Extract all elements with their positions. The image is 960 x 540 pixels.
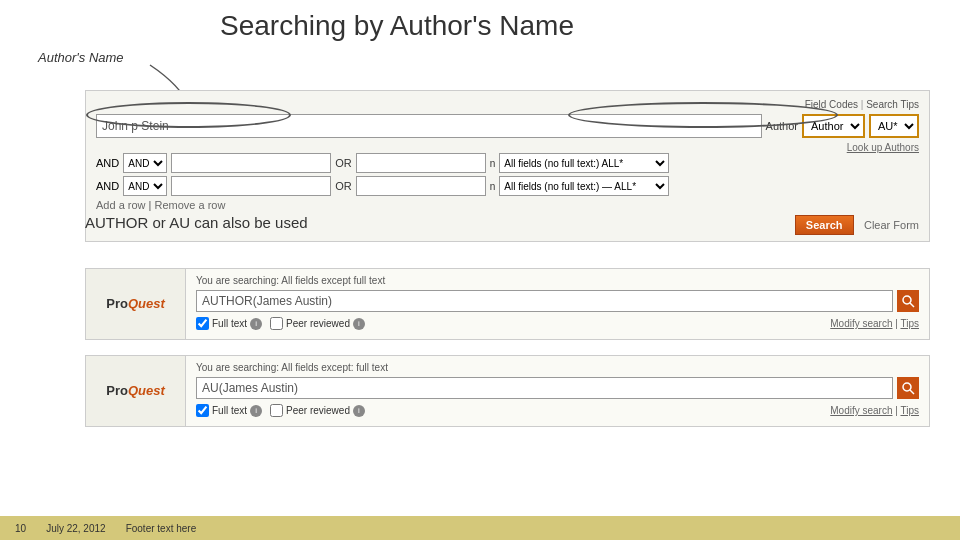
n-label-2: n (490, 181, 496, 192)
row1-or-input[interactable] (356, 153, 486, 173)
result2-fulltext-info[interactable]: i (250, 405, 262, 417)
row1-main-input[interactable] (171, 153, 331, 173)
author-select[interactable]: Author (802, 114, 865, 138)
author-name-label: Author's Name (38, 50, 124, 65)
result1-peer-check[interactable] (270, 317, 283, 330)
result2-options: Full text i Peer reviewed i Modify searc… (196, 404, 919, 417)
svg-point-2 (903, 383, 911, 391)
result2-peer-checkbox[interactable]: Peer reviewed i (270, 404, 365, 417)
footer: 10 July 22, 2012 Footer text here (0, 516, 960, 540)
result1-fulltext-check[interactable] (196, 317, 209, 330)
result2-desc: You are searching: All fields except: fu… (196, 362, 919, 373)
result2-peer-info[interactable]: i (353, 405, 365, 417)
result1-modify: Modify search | Tips (830, 318, 919, 329)
result2-search-icon[interactable] (897, 377, 919, 399)
author-note: AUTHOR or AU can also be used (85, 214, 308, 231)
remove-row-link[interactable]: Remove a row (155, 199, 226, 211)
result1-fulltext-info[interactable]: i (250, 318, 262, 330)
lookup-authors-link[interactable]: Look up Authors (96, 142, 919, 153)
main-search-input[interactable] (96, 114, 762, 138)
search-button[interactable]: Search (795, 215, 854, 235)
result2-modify-search-link[interactable]: Modify search (830, 405, 892, 416)
field-select-1[interactable]: All fields (no full text:) ALL* (499, 153, 669, 173)
result-content-1: You are searching: All fields except ful… (186, 269, 929, 339)
result1-tips-link[interactable]: Tips (900, 318, 919, 329)
svg-point-0 (903, 296, 911, 304)
result1-options: Full text i Peer reviewed i Modify searc… (196, 317, 919, 330)
row2-or-input[interactable] (356, 176, 486, 196)
page-title: Searching by Author's Name (220, 10, 960, 42)
add-remove-row: Add a row | Remove a row (96, 199, 919, 211)
result1-fulltext-checkbox[interactable]: Full text i (196, 317, 262, 330)
proquest-logo-2: ProQuest (86, 356, 186, 426)
result1-desc: You are searching: All fields except ful… (196, 275, 919, 286)
svg-line-1 (910, 303, 914, 307)
result-box-2: ProQuest You are searching: All fields e… (85, 355, 930, 427)
result-box-1: ProQuest You are searching: All fields e… (85, 268, 930, 340)
footer-text: Footer text here (126, 523, 197, 534)
result1-search-icon[interactable] (897, 290, 919, 312)
svg-line-3 (910, 390, 914, 394)
au-select[interactable]: AU* (869, 114, 919, 138)
result1-peer-checkbox[interactable]: Peer reviewed i (270, 317, 365, 330)
proquest-logo-1: ProQuest (86, 269, 186, 339)
result1-search-bar (196, 290, 919, 312)
result2-peer-check[interactable] (270, 404, 283, 417)
footer-page-num: 10 (15, 523, 26, 534)
row2-main-input[interactable] (171, 176, 331, 196)
result1-modify-search-link[interactable]: Modify search (830, 318, 892, 329)
field-codes-link[interactable]: Field Codes (805, 99, 858, 110)
bool-label-2: AND (96, 180, 119, 192)
bool-select-2[interactable]: ANDORNOT (123, 176, 167, 196)
add-row-link[interactable]: Add a row (96, 199, 146, 211)
result2-fulltext-check[interactable] (196, 404, 209, 417)
top-links-row: Field Codes | Search Tips (96, 99, 919, 110)
result1-peer-info[interactable]: i (353, 318, 365, 330)
search-tips-link[interactable]: Search Tips (866, 99, 919, 110)
bool-label-1: AND (96, 157, 119, 169)
result1-search-input[interactable] (196, 290, 893, 312)
result2-modify: Modify search | Tips (830, 405, 919, 416)
result2-search-bar (196, 377, 919, 399)
clear-form-link[interactable]: Clear Form (864, 219, 919, 231)
or-label-1: OR (335, 157, 352, 169)
or-label-2: OR (335, 180, 352, 192)
additional-row-1: AND ANDORNOT OR n All fields (no full te… (96, 153, 919, 173)
result2-tips-link[interactable]: Tips (900, 405, 919, 416)
field-select-2[interactable]: All fields (no full text:) — ALL* (499, 176, 669, 196)
result-content-2: You are searching: All fields except: fu… (186, 356, 929, 426)
bool-select-1[interactable]: ANDORNOT (123, 153, 167, 173)
footer-date: July 22, 2012 (46, 523, 106, 534)
n-label-1: n (490, 158, 496, 169)
result2-fulltext-checkbox[interactable]: Full text i (196, 404, 262, 417)
author-field-label: Author (766, 120, 798, 132)
additional-row-2: AND ANDORNOT OR n All fields (no full te… (96, 176, 919, 196)
main-search-row: Author Author AU* (96, 114, 919, 138)
result2-search-input[interactable] (196, 377, 893, 399)
